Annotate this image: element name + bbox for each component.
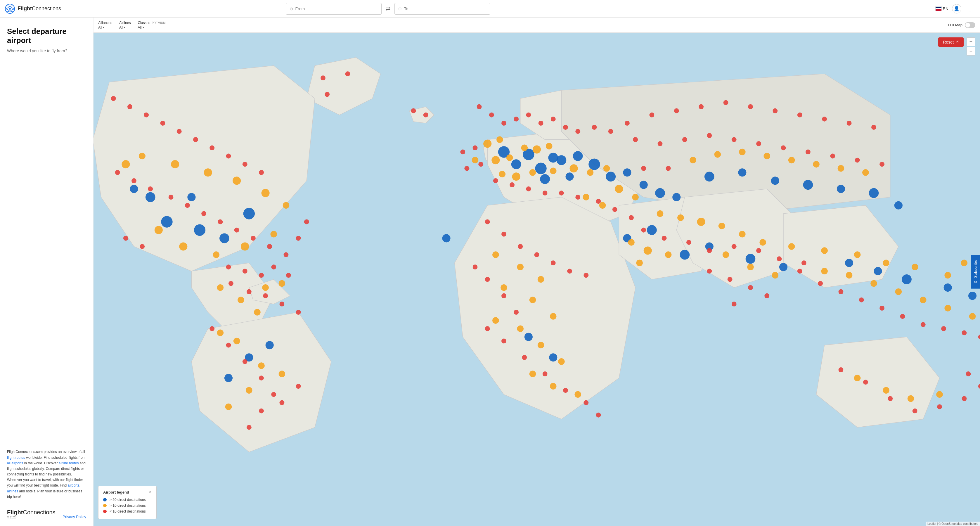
svg-point-75 [496, 136, 503, 143]
to-input[interactable] [404, 6, 487, 11]
svg-point-163 [251, 236, 256, 241]
svg-point-137 [895, 289, 902, 295]
reset-button[interactable]: Reset ↺ [938, 37, 964, 47]
desc-text1: FlightConnections.com provides an overvi… [7, 450, 85, 454]
svg-point-38 [442, 234, 450, 242]
svg-point-34 [680, 250, 690, 260]
legend-dot-blue [103, 498, 107, 502]
fullmap-toggle[interactable] [965, 22, 975, 28]
svg-point-60 [213, 251, 220, 258]
svg-point-225 [797, 113, 802, 118]
language-button[interactable]: EN [935, 6, 948, 11]
legend-dot-red [103, 510, 107, 513]
more-menu-button[interactable]: ⋮ [965, 4, 975, 13]
airlines-link[interactable]: airlines [7, 489, 18, 493]
svg-point-87 [587, 169, 594, 176]
subscribe-email-icon: ✉ [974, 280, 978, 284]
airlines-label: Airlines [119, 21, 130, 25]
svg-point-27 [705, 172, 714, 182]
svg-point-50 [968, 292, 977, 300]
privacy-policy-link[interactable]: Privacy Policy [62, 515, 86, 519]
svg-point-286 [913, 408, 918, 413]
svg-point-183 [259, 376, 264, 381]
world-map-svg [94, 33, 980, 526]
map-canvas[interactable] [94, 33, 980, 526]
svg-point-120 [538, 276, 544, 283]
swap-button[interactable]: ⇄ [383, 3, 393, 14]
svg-point-195 [489, 113, 494, 118]
svg-point-257 [473, 265, 478, 269]
svg-point-284 [863, 379, 868, 384]
zoom-in-button[interactable]: + [967, 37, 975, 46]
classes-label: Classes PREMIUM [138, 21, 165, 25]
svg-point-91 [583, 194, 590, 201]
airlines-dropdown[interactable]: All ▾ [119, 26, 130, 30]
svg-point-9 [243, 208, 255, 219]
legend-dot-yellow [103, 504, 107, 507]
svg-point-125 [517, 325, 523, 332]
svg-point-246 [732, 244, 737, 249]
to-input-container[interactable]: ⊙ [395, 3, 490, 14]
svg-point-263 [522, 355, 527, 360]
map-zoom-controls: + − [967, 37, 975, 56]
airports-link[interactable]: airports [67, 483, 79, 488]
svg-point-99 [838, 165, 845, 172]
svg-point-232 [707, 133, 712, 138]
svg-point-134 [821, 268, 828, 275]
svg-point-162 [234, 228, 239, 233]
svg-point-274 [818, 281, 823, 286]
svg-point-204 [608, 129, 613, 134]
svg-point-190 [345, 71, 350, 76]
airline-routes-link[interactable]: airline routes [59, 461, 79, 465]
svg-point-17 [557, 155, 566, 165]
svg-point-267 [596, 413, 601, 418]
svg-point-33 [894, 201, 902, 209]
svg-point-47 [873, 267, 882, 275]
svg-point-156 [132, 178, 137, 183]
airlines-filter: Airlines All ▾ [119, 21, 130, 30]
classes-chevron-icon: ▾ [143, 26, 144, 29]
alliances-dropdown[interactable]: All ▾ [98, 26, 112, 30]
user-account-button[interactable]: 👤 [952, 4, 961, 13]
from-input-container[interactable]: ⊙ [286, 3, 382, 14]
svg-point-140 [969, 313, 976, 320]
svg-point-23 [623, 168, 631, 177]
svg-point-86 [570, 164, 578, 172]
logo[interactable]: FlightConnections [5, 3, 63, 14]
svg-point-53 [171, 160, 179, 168]
svg-point-244 [686, 240, 691, 245]
svg-point-20 [540, 174, 550, 184]
svg-point-199 [538, 121, 544, 126]
svg-point-3 [9, 8, 11, 10]
svg-point-15 [511, 159, 521, 169]
svg-point-288 [962, 396, 967, 401]
svg-point-144 [936, 391, 943, 398]
svg-point-228 [871, 125, 876, 130]
svg-point-217 [629, 215, 634, 220]
svg-point-108 [821, 247, 828, 254]
classes-dropdown[interactable]: All ▾ [138, 26, 165, 30]
svg-point-101 [657, 210, 663, 217]
subscribe-label: Subscribe [974, 260, 978, 277]
svg-point-241 [666, 166, 671, 171]
svg-point-31 [837, 185, 845, 193]
svg-point-44 [525, 333, 533, 341]
svg-point-245 [707, 248, 712, 253]
from-input[interactable] [295, 6, 378, 11]
svg-point-212 [542, 191, 547, 196]
flight-routes-link[interactable]: flight routes [7, 456, 25, 460]
svg-point-110 [883, 260, 889, 266]
svg-point-155 [115, 170, 120, 175]
svg-point-6 [194, 225, 205, 236]
svg-point-185 [259, 408, 264, 413]
svg-point-234 [756, 141, 761, 146]
subscribe-button[interactable]: ✉ Subscribe [971, 255, 980, 289]
svg-point-32 [869, 188, 879, 198]
svg-point-84 [530, 169, 536, 176]
legend-close-button[interactable]: × [149, 489, 152, 495]
svg-point-18 [573, 151, 583, 161]
zoom-out-button[interactable]: − [967, 47, 975, 56]
all-airports-link[interactable]: all airports [7, 461, 23, 465]
svg-point-112 [944, 272, 951, 279]
svg-point-56 [261, 189, 270, 197]
